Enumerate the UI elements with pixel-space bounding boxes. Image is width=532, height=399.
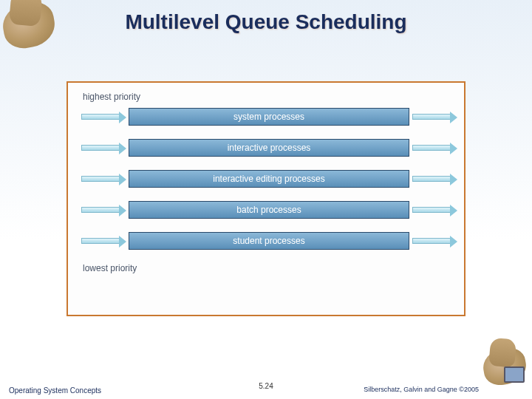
queue-box: system processes xyxy=(129,108,409,126)
arrow-out-icon xyxy=(412,207,451,213)
arrow-in-icon xyxy=(81,238,120,244)
dinosaur-logo-bottom xyxy=(483,349,526,384)
arrow-out-icon xyxy=(412,145,451,151)
diagram-frame: highest priority system processes intera… xyxy=(66,81,466,316)
arrow-out-icon xyxy=(412,114,451,120)
footer-page-number: 5.24 xyxy=(259,382,273,390)
queue-box: batch processes xyxy=(129,201,409,219)
arrow-in-icon xyxy=(81,114,120,120)
lowest-priority-label: lowest priority xyxy=(83,263,451,273)
dinosaur-logo-top xyxy=(3,3,55,47)
footer-copyright: Silberschatz, Galvin and Gagne ©2005 xyxy=(364,386,523,393)
arrow-in-icon xyxy=(81,145,120,151)
arrow-in-icon xyxy=(81,176,120,182)
queue-row: interactive editing processes xyxy=(81,170,451,188)
arrow-out-icon xyxy=(412,238,451,244)
highest-priority-label: highest priority xyxy=(83,92,451,102)
queue-row: student processes xyxy=(81,232,451,250)
arrow-in-icon xyxy=(81,207,120,213)
footer: Operating System Concepts 5.24 Silbersch… xyxy=(0,386,532,395)
queue-row: batch processes xyxy=(81,201,451,219)
monitor-icon xyxy=(504,366,525,383)
queue-row: system processes xyxy=(81,108,451,126)
queue-box: interactive editing processes xyxy=(129,170,409,188)
queue-row: interactive processes xyxy=(81,139,451,157)
arrow-out-icon xyxy=(412,176,451,182)
queue-box: interactive processes xyxy=(129,139,409,157)
queue-box: student processes xyxy=(129,232,409,250)
slide-title: Multilevel Queue Scheduling xyxy=(0,0,532,34)
footer-left: Operating System Concepts xyxy=(9,386,101,395)
